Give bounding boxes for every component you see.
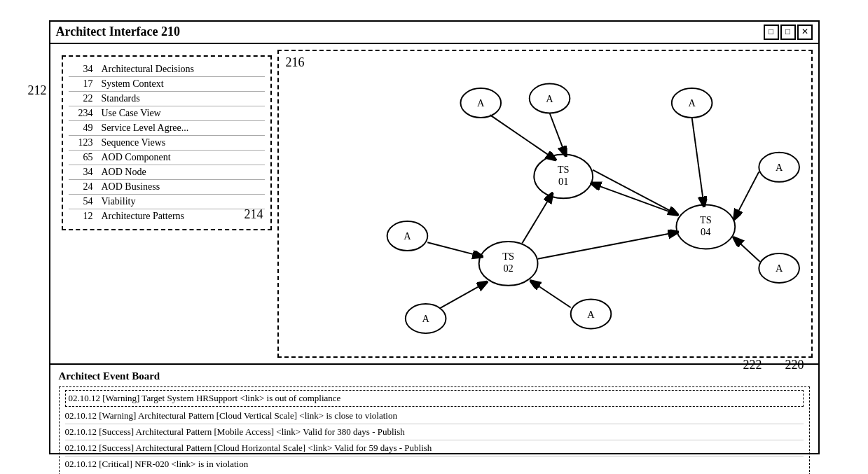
- svg-line-28: [735, 172, 759, 218]
- svg-text:A: A: [404, 230, 411, 242]
- event-list: 02.10.12 [Warning] Target System HRSuppo…: [59, 386, 810, 474]
- label-212: 212: [28, 83, 47, 98]
- svg-line-30: [427, 242, 481, 256]
- list-num: 22: [69, 93, 93, 104]
- list-item: 24AOD Business: [69, 180, 265, 195]
- list-num: 65: [69, 152, 93, 163]
- svg-line-35: [537, 232, 676, 258]
- list-item: 17System Context: [69, 77, 265, 92]
- list-item: 34AOD Node: [69, 165, 265, 180]
- list-num: 54: [69, 196, 93, 207]
- title-bar: Architect Interface 210 □ □ ✕: [50, 22, 818, 44]
- list-num: 34: [69, 167, 93, 178]
- list-num: 49: [69, 123, 93, 134]
- window-title: Architect Interface 210: [56, 25, 181, 39]
- svg-text:A: A: [422, 313, 429, 324]
- event-board-title: Architect Event Board: [59, 370, 810, 382]
- svg-text:A: A: [688, 97, 696, 109]
- event-row: 02.10.12 [Warning] Target System HRSuppo…: [65, 390, 804, 407]
- list-label: Sequence Views: [102, 137, 166, 148]
- list-label: Standards: [102, 93, 140, 104]
- svg-text:TS: TS: [557, 163, 569, 174]
- svg-line-36: [593, 169, 676, 214]
- svg-text:A: A: [477, 97, 485, 109]
- content-area: 34Architectural Decisions17System Contex…: [50, 44, 818, 450]
- close-button[interactable]: ✕: [797, 25, 813, 40]
- list-item: 22Standards: [69, 92, 265, 106]
- list-label: System Context: [102, 78, 164, 90]
- main-window: Architect Interface 210 □ □ ✕ 34Architec…: [49, 20, 820, 454]
- svg-line-25: [490, 115, 554, 159]
- list-num: 234: [69, 108, 93, 119]
- event-row: 02.10.12 [Critical] NFR-020 <link> is in…: [65, 456, 804, 472]
- label-216: 216: [286, 55, 305, 70]
- svg-text:A: A: [587, 308, 595, 319]
- label-220: 220: [785, 358, 804, 372]
- svg-text:TS: TS: [699, 214, 711, 225]
- list-num: 123: [69, 137, 93, 148]
- list-num: 12: [69, 211, 93, 222]
- list-label: AOD Business: [102, 181, 160, 193]
- svg-text:01: 01: [558, 175, 568, 186]
- label-222: 222: [743, 358, 762, 372]
- svg-text:A: A: [775, 162, 783, 173]
- svg-text:TS: TS: [502, 251, 514, 262]
- svg-text:04: 04: [701, 225, 710, 237]
- svg-text:A: A: [775, 263, 783, 274]
- minimize-button[interactable]: □: [764, 25, 779, 40]
- svg-line-27: [691, 118, 703, 204]
- list-item: 234Use Case View: [69, 106, 265, 121]
- list-label: Service Level Agree...: [102, 123, 189, 134]
- list-item: 65AOD Component: [69, 151, 265, 165]
- list-num: 17: [69, 78, 93, 90]
- event-board-section: Architect Event Board 02.10.12 [Warning]…: [50, 365, 818, 474]
- event-row: 02.10.12 [Warning] Architectural Pattern…: [65, 408, 804, 424]
- window-controls: □ □ ✕: [764, 25, 813, 40]
- svg-text:02: 02: [503, 263, 513, 274]
- svg-line-26: [549, 113, 565, 154]
- list-label: Viability: [102, 196, 136, 207]
- svg-line-32: [532, 281, 570, 307]
- list-label: Architecture Patterns: [102, 211, 185, 222]
- list-item: 34Architectural Decisions: [69, 62, 265, 77]
- list-item: 49Service Level Agree...: [69, 121, 265, 136]
- list-item: 54Viability: [69, 195, 265, 209]
- svg-line-33: [522, 195, 551, 243]
- list-item: 12Architecture Patterns: [69, 209, 265, 223]
- list-num: 24: [69, 181, 93, 193]
- svg-text:A: A: [546, 92, 553, 104]
- item-list: 34Architectural Decisions17System Contex…: [69, 62, 265, 223]
- maximize-button[interactable]: □: [780, 25, 796, 40]
- label-214: 214: [244, 207, 263, 222]
- architecture-diagram: A A A A A: [279, 51, 811, 356]
- list-num: 34: [69, 64, 93, 75]
- svg-line-34: [593, 183, 678, 215]
- top-section: 34Architectural Decisions17System Contex…: [50, 44, 818, 365]
- list-label: Use Case View: [102, 108, 161, 119]
- list-item: 123Sequence Views: [69, 136, 265, 151]
- left-panel: 34Architectural Decisions17System Contex…: [62, 55, 272, 230]
- list-label: Architectural Decisions: [102, 64, 195, 75]
- list-label: AOD Component: [102, 152, 171, 163]
- event-row: 02.10.12 [Success] Architectural Pattern…: [65, 440, 804, 456]
- list-label: AOD Node: [102, 167, 146, 178]
- svg-line-29: [735, 238, 759, 261]
- event-row: 02.10.12 [Success] Architectural Pattern…: [65, 424, 804, 440]
- diagram-panel: 216 A A: [277, 50, 813, 358]
- svg-line-31: [439, 282, 485, 308]
